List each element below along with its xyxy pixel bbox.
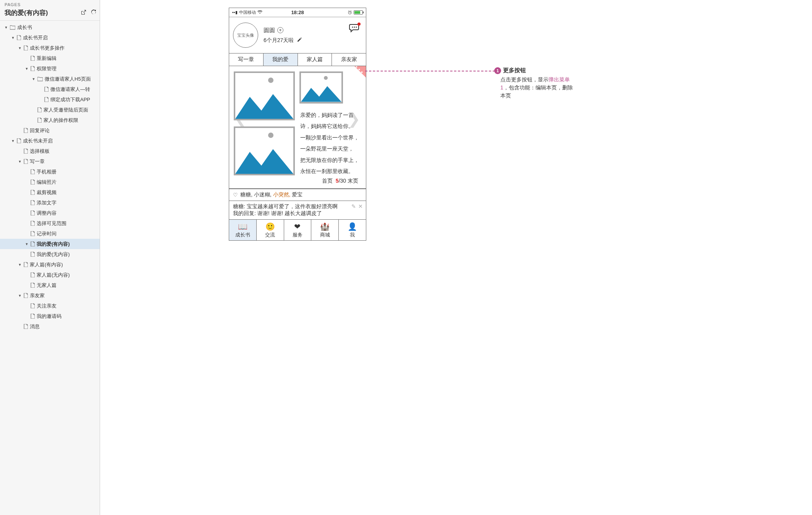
tree-item[interactable]: 关注亲友 (0, 301, 100, 311)
page-icon (17, 35, 21, 40)
tree-item-label: 我的爱(无内容) (37, 251, 70, 258)
tree-item[interactable]: ▼权限管理 (0, 63, 100, 74)
tree-item[interactable]: 调整内容 (0, 208, 100, 218)
bottom-nav-item[interactable]: 📖成长书 (229, 220, 257, 240)
page-icon (24, 262, 28, 267)
tree-item-label: 手机相册 (37, 168, 57, 175)
page-icon (31, 66, 35, 71)
tree-item-label: 消息 (30, 323, 40, 330)
svg-marker-5 (235, 149, 293, 174)
tree-item[interactable]: 无家人篇 (0, 280, 100, 290)
likes-row[interactable]: ♡ 糖糖, 小迷糊, 小突然, 爱宝 (229, 189, 366, 201)
page-icon (24, 159, 28, 164)
tree-item[interactable]: 选择可见范围 (0, 218, 100, 228)
tree-item[interactable]: ▼写一章 (0, 156, 100, 167)
page-icon (44, 97, 49, 102)
tree-item[interactable]: ▼微信邀请家人H5页面 (0, 74, 100, 84)
page-indicator: 首页 5/30 末页 (234, 177, 361, 186)
folder-icon (10, 25, 15, 30)
share-icon[interactable] (81, 9, 87, 16)
delete-comment-icon[interactable]: ✕ (358, 203, 363, 209)
tree-item[interactable]: 选择模板 (0, 146, 100, 156)
tree-item[interactable]: 编辑照片 (0, 177, 100, 187)
tree-item[interactable]: ▼成长书 (0, 22, 100, 32)
bottom-nav-item[interactable]: 🏰商城 (311, 220, 339, 240)
tree-item-label: 关注亲友 (37, 303, 57, 309)
tree-item[interactable]: 家人的操作权限 (0, 115, 100, 125)
top-tab[interactable]: 写一章 (229, 53, 264, 66)
tree-item-label: 调整内容 (37, 210, 57, 217)
annotation-body: 点击更多按钮，显示弹出菜单1，包含功能：编辑本页，删除本页 (500, 76, 577, 100)
tree-item[interactable]: 我的邀请码 (0, 311, 100, 321)
add-baby-icon[interactable]: + (277, 27, 283, 33)
bottom-nav-item[interactable]: 👤我 (339, 220, 366, 240)
tree-item[interactable]: 家人篇(无内容) (0, 270, 100, 280)
top-tab[interactable]: 我的爱 (264, 53, 298, 66)
page-icon (31, 56, 35, 61)
tree-item[interactable]: 微信邀请家人—转 (0, 84, 100, 94)
bottom-nav-item[interactable]: 🙂交流 (257, 220, 284, 240)
tree-item[interactable]: 家人受邀登陆后页面 (0, 105, 100, 115)
tree-item-label: 成长书未开启 (23, 138, 53, 144)
tree-item[interactable]: 手机相册 (0, 167, 100, 177)
page-icon (31, 180, 35, 185)
pages-label: PAGES (0, 0, 100, 8)
tree-item[interactable]: ▼成长书更多操作 (0, 43, 100, 53)
page-icon (31, 314, 35, 319)
tree-item[interactable]: 回复评论 (0, 125, 100, 136)
photo-placeholder-3[interactable] (299, 71, 343, 104)
bottom-nav-item[interactable]: ❤服务 (284, 220, 312, 240)
top-tab[interactable]: 家人篇 (298, 53, 332, 66)
nav-icon: 🙂 (257, 222, 284, 231)
tree-item[interactable]: 消息 (0, 321, 100, 332)
photo-placeholder-1[interactable] (234, 71, 295, 120)
refresh-icon[interactable] (91, 9, 97, 16)
tree-item-label: 亲友家 (30, 292, 45, 299)
svg-marker-6 (301, 86, 341, 102)
page-icon (31, 200, 35, 205)
nav-icon: 🏰 (311, 222, 338, 231)
messages-icon[interactable] (349, 23, 360, 34)
page-tree[interactable]: ▼成长书▼成长书开启▼成长书更多操作重新编辑▼权限管理▼微信邀请家人H5页面微信… (0, 21, 100, 515)
page-icon (31, 272, 35, 277)
next-page-arrow[interactable]: ❯ (348, 110, 361, 128)
tree-item-label: 家人篇(有内容) (30, 261, 63, 268)
nav-icon: 📖 (229, 222, 256, 231)
tree-item[interactable]: 裁剪视频 (0, 187, 100, 198)
heart-icon: ♡ (233, 192, 238, 198)
page-icon (31, 241, 35, 246)
nav-label: 我 (350, 232, 355, 238)
page-title: 我的爱(有内容) (5, 8, 81, 17)
tree-item-label: 选择可见范围 (37, 220, 66, 227)
nav-label: 服务 (293, 232, 302, 238)
baby-avatar[interactable]: 宝宝头像 (233, 23, 258, 48)
tree-item[interactable]: ▼成长书开启 (0, 32, 100, 43)
svg-marker-4 (235, 94, 293, 119)
edit-icon[interactable] (297, 37, 302, 44)
tree-item[interactable]: 绑定成功下载APP (0, 94, 100, 105)
top-tab[interactable]: 亲友家 (332, 53, 366, 66)
comment-line-2: 我的回复: 谢谢! 谢谢! 越长大越调皮了 (233, 210, 362, 217)
edit-comment-icon[interactable]: ✎ (351, 203, 356, 209)
tree-item[interactable]: 重新编辑 (0, 53, 100, 63)
page-icon (24, 45, 28, 50)
tree-item-label: 无家人篇 (37, 282, 57, 289)
tree-item-label: 裁剪视频 (37, 189, 57, 196)
tree-item[interactable]: 记录时间 (0, 228, 100, 239)
tree-item[interactable]: ▼成长书未开启 (0, 136, 100, 146)
page-icon (31, 190, 35, 195)
tree-item[interactable]: 添加文字 (0, 198, 100, 208)
alarm-icon (348, 10, 352, 15)
nav-icon: ❤ (284, 222, 311, 231)
baby-age: 6个月27天啦 (264, 37, 294, 44)
tree-item-label: 记录时间 (37, 230, 57, 237)
notification-dot (357, 23, 361, 26)
tree-item[interactable]: ▼家人篇(有内容) (0, 259, 100, 270)
tree-item[interactable]: 我的爱(无内容) (0, 249, 100, 259)
status-time: 18:28 (276, 10, 319, 15)
tree-item[interactable]: ▼亲友家 (0, 290, 100, 301)
page-icon (24, 128, 28, 133)
tree-item[interactable]: ▼我的爱(有内容) (0, 239, 100, 249)
photo-placeholder-2[interactable] (234, 126, 295, 175)
tree-item-label: 编辑照片 (37, 179, 57, 186)
